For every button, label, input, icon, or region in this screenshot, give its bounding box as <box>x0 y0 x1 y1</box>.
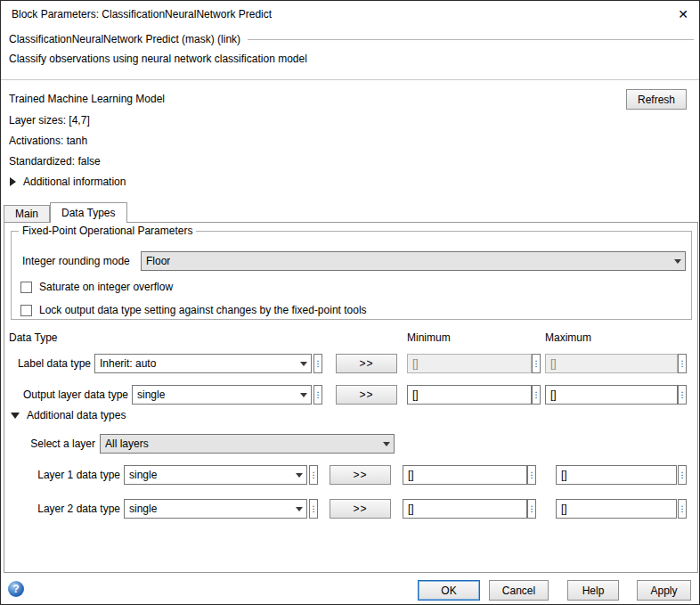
chevron-down-icon <box>291 500 306 518</box>
chevron-down-icon <box>291 466 306 484</box>
output-layer-maximum-menu-button[interactable]: ⋮ <box>678 385 687 405</box>
select-layer-label: Select a layer <box>4 437 95 450</box>
layer-1-maximum-field[interactable]: [] <box>556 465 677 485</box>
additional-data-types-toggle[interactable]: Additional data types <box>11 409 126 421</box>
window-title: Block Parameters: ClassificationNeuralNe… <box>12 8 272 20</box>
output-layer-minimum-field[interactable]: [] <box>407 385 532 405</box>
lock-output-row: Lock output data type setting against ch… <box>20 304 367 316</box>
layer-1-minimum-field[interactable]: [] <box>403 465 527 485</box>
select-layer-value: All layers <box>105 437 149 450</box>
integer-rounding-mode-label: Integer rounding mode <box>22 255 130 267</box>
chevron-down-icon <box>296 355 311 372</box>
apply-button[interactable]: Apply <box>637 580 691 601</box>
layer-2-maximum-menu-button[interactable]: ⋮ <box>678 499 687 519</box>
layer-1-data-type-label: Layer 1 data type <box>4 469 120 481</box>
saturate-checkbox[interactable] <box>20 282 32 293</box>
title-bar: Block Parameters: ClassificationNeuralNe… <box>1 1 699 28</box>
tab-main[interactable]: Main <box>4 205 50 222</box>
tab-data-types[interactable]: Data Types <box>50 202 126 223</box>
saturate-label: Saturate on integer overflow <box>39 281 173 293</box>
label-maximum-menu-button[interactable]: ⋮ <box>678 354 687 373</box>
layer-2-data-type-label: Layer 2 data type <box>4 503 120 515</box>
label-minimum-menu-button[interactable]: ⋮ <box>532 354 541 373</box>
layer-2-menu-button[interactable]: ⋮ <box>309 499 318 519</box>
model-section-title: Trained Machine Learning Model <box>9 93 165 105</box>
label-data-type-value: Inherit: auto <box>100 357 156 370</box>
layer-2-maximum-field[interactable]: [] <box>556 499 677 519</box>
layer-1-maximum-menu-button[interactable]: ⋮ <box>678 465 687 485</box>
activations-text: Activations: tanh <box>9 135 87 147</box>
output-layer-data-type-value: single <box>137 388 165 401</box>
maximum-column-header: Maximum <box>545 331 591 344</box>
data-type-column-header: Data Type <box>9 331 57 344</box>
refresh-button[interactable]: Refresh <box>626 89 687 110</box>
mask-title-rule <box>248 39 694 40</box>
select-layer-combo[interactable]: All layers <box>100 434 395 454</box>
integer-rounding-mode-value: Floor <box>146 255 170 267</box>
layer-1-data-type-value: single <box>129 469 157 481</box>
additional-information-toggle[interactable]: Additional information <box>10 176 126 188</box>
label-data-type-combo[interactable]: Inherit: auto <box>94 354 312 373</box>
layer-2-minimum-field[interactable]: [] <box>403 499 527 519</box>
layer-1-data-type-row: Layer 1 data type single ⋮ >> [] ⋮ [] ⋮ <box>4 465 697 485</box>
lock-output-checkbox[interactable] <box>20 305 32 316</box>
layer-1-data-type-combo[interactable]: single <box>124 465 307 485</box>
lock-output-label: Lock output data type setting against ch… <box>39 304 367 316</box>
chevron-down-icon <box>670 252 685 270</box>
section-divider <box>1 79 699 80</box>
label-data-type-menu-button[interactable]: ⋮ <box>313 354 322 373</box>
layer-1-assistant-button[interactable]: >> <box>330 465 391 485</box>
collapsed-arrow-icon <box>10 177 16 186</box>
block-parameters-dialog: Block Parameters: ClassificationNeuralNe… <box>0 0 700 605</box>
layer-1-menu-button[interactable]: ⋮ <box>309 465 318 485</box>
output-layer-maximum-field[interactable]: [] <box>545 385 678 405</box>
tab-main-label: Main <box>15 208 38 220</box>
output-layer-minimum-menu-button[interactable]: ⋮ <box>532 385 541 405</box>
layer-2-data-type-row: Layer 2 data type single ⋮ >> [] ⋮ [] ⋮ <box>4 499 697 519</box>
help-globe-icon[interactable]: ? <box>8 581 24 597</box>
label-data-type-assistant-button[interactable]: >> <box>336 354 397 373</box>
label-data-type-label: Label data type <box>4 357 91 370</box>
help-button[interactable]: Help <box>567 580 619 601</box>
fixed-point-group-title: Fixed-Point Operational Parameters <box>19 225 196 237</box>
layer-2-data-type-combo[interactable]: single <box>124 499 307 519</box>
mask-title: ClassificationNeuralNetwork Predict (mas… <box>9 33 240 45</box>
mask-header: ClassificationNeuralNetwork Predict (mas… <box>9 33 694 45</box>
layer-sizes-text: Layer sizes: [4,7] <box>9 114 90 127</box>
additional-data-types-label: Additional data types <box>27 409 126 421</box>
label-maximum-field: [] <box>545 354 678 373</box>
data-types-tab-panel: Fixed-Point Operational Parameters Integ… <box>4 222 698 573</box>
label-data-type-row: Label data type Inherit: auto ⋮ >> [] ⋮ … <box>4 354 697 373</box>
standardized-text: Standardized: false <box>9 155 101 168</box>
output-layer-assistant-button[interactable]: >> <box>336 385 397 405</box>
layer-2-minimum-menu-button[interactable]: ⋮ <box>527 499 536 519</box>
fixed-point-groupbox: Fixed-Point Operational Parameters Integ… <box>11 231 692 320</box>
additional-information-label: Additional information <box>23 176 126 188</box>
layer-2-data-type-value: single <box>129 503 157 515</box>
cancel-button[interactable]: Cancel <box>489 580 549 601</box>
tab-strip: Main Data Types <box>4 202 127 223</box>
saturate-row: Saturate on integer overflow <box>20 281 173 293</box>
output-layer-data-type-combo[interactable]: single <box>132 385 312 405</box>
output-layer-menu-button[interactable]: ⋮ <box>313 385 322 405</box>
chevron-down-icon <box>378 435 394 453</box>
layer-2-assistant-button[interactable]: >> <box>330 499 391 519</box>
label-minimum-field: [] <box>407 354 532 373</box>
output-layer-data-type-row: Output layer data type single ⋮ >> [] ⋮ … <box>4 385 697 405</box>
integer-rounding-mode-combo[interactable]: Floor <box>141 251 686 271</box>
minimum-column-header: Minimum <box>407 331 451 344</box>
block-description: Classify observations using neural netwo… <box>9 53 307 65</box>
output-layer-data-type-label: Output layer data type <box>4 388 128 401</box>
layer-1-minimum-menu-button[interactable]: ⋮ <box>527 465 536 485</box>
ok-button[interactable]: OK <box>418 580 480 601</box>
expanded-arrow-icon <box>11 413 20 419</box>
chevron-down-icon <box>296 386 311 404</box>
tab-data-types-label: Data Types <box>61 207 115 219</box>
close-icon[interactable]: ✕ <box>678 7 688 21</box>
select-layer-row: Select a layer All layers <box>4 434 697 454</box>
